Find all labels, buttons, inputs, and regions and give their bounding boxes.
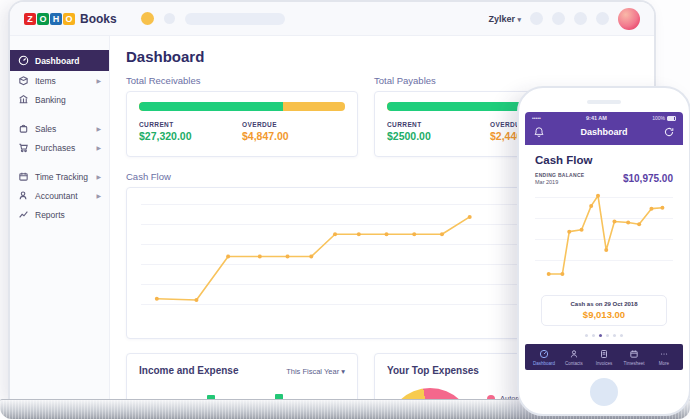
- phone-screen: ••••• 9:41 AM 100% Dashboard Cash Flow E…: [525, 112, 683, 406]
- refresh-icon[interactable]: [663, 126, 675, 138]
- receivables-title: Total Receivables: [126, 75, 358, 86]
- home-button[interactable]: [590, 378, 618, 406]
- cash-as-on-value: $9,013.00: [546, 309, 662, 320]
- payables-progress-current: [387, 102, 535, 111]
- carousel-dot[interactable]: [613, 334, 616, 337]
- zoho-logo-letter: O: [63, 13, 75, 25]
- phone-line-chart: [535, 193, 672, 285]
- page-title: Dashboard: [126, 48, 638, 65]
- sidebar-item-label: Dashboard: [35, 56, 79, 66]
- overdue-value: $4,847.00: [242, 130, 345, 142]
- person-icon: [569, 349, 579, 359]
- signal-icon: •••••: [532, 115, 541, 121]
- tab-timesheet[interactable]: Timesheet: [619, 349, 649, 366]
- topbar-right: Zylker ▾: [488, 8, 640, 30]
- tab-more[interactable]: More: [649, 349, 679, 366]
- cart-icon: [18, 142, 29, 153]
- phone-mockup: ••••• 9:41 AM 100% Dashboard Cash Flow E…: [517, 86, 690, 416]
- phone-tabbar: Dashboard Contacts Invoices Timesheet Mo…: [525, 344, 683, 370]
- current-value: $2500.00: [387, 130, 490, 142]
- receivables-card: CURRENT $27,320.00 OVERDUE $4,847.00: [126, 91, 358, 157]
- cash-as-on-label: Cash as on: [570, 301, 602, 307]
- tab-dashboard[interactable]: Dashboard: [529, 349, 559, 366]
- tab-label: More: [659, 361, 669, 366]
- search-bar[interactable]: [185, 13, 285, 25]
- sidebar-item-label: Reports: [35, 210, 65, 220]
- ending-balance-label: ENDING BALANCE: [535, 172, 623, 178]
- carousel-dot[interactable]: [585, 334, 588, 337]
- chevron-right-icon: ▶: [96, 173, 101, 180]
- bell-icon[interactable]: [533, 126, 545, 138]
- trend-icon: [18, 209, 29, 220]
- user-menu[interactable]: Zylker ▾: [488, 14, 521, 24]
- zoho-logo-letter: O: [37, 13, 49, 25]
- ending-balance-value: $10,975.00: [623, 173, 673, 184]
- ending-balance-period: Mar 2019: [535, 179, 623, 185]
- current-value: $27,320.00: [139, 130, 242, 142]
- ellipsis-icon: [659, 349, 669, 359]
- sidebar-item-items[interactable]: Items ▶: [10, 71, 109, 90]
- tab-contacts[interactable]: Contacts: [559, 349, 589, 366]
- sidebar-item-label: Sales: [35, 124, 56, 134]
- sidebar-item-purchases[interactable]: Purchases ▶: [10, 138, 109, 157]
- topbar-action-icon[interactable]: [596, 12, 609, 25]
- document-icon: [599, 349, 609, 359]
- sidebar: Dashboard Items ▶ Banking Sales ▶: [10, 36, 110, 399]
- sidebar-item-accountant[interactable]: Accountant ▶: [10, 186, 109, 205]
- current-label: CURRENT: [139, 121, 242, 128]
- sidebar-item-label: Purchases: [35, 143, 75, 153]
- avatar[interactable]: [618, 8, 640, 30]
- chevron-down-icon: ▾: [341, 367, 345, 376]
- calendar-icon: [18, 171, 29, 182]
- sidebar-item-label: Items: [35, 76, 56, 86]
- topbar-action-icon[interactable]: [552, 12, 565, 25]
- total-receivables-block: Total Receivables CURRENT $27,320.00 OVE…: [126, 75, 358, 157]
- topbar-circle-icon: [164, 13, 175, 24]
- battery-status: 100%: [652, 115, 676, 121]
- tab-label: Timesheet: [624, 361, 645, 366]
- income-expense-title: Income and Expense: [139, 365, 238, 376]
- sidebar-item-label: Time Tracking: [35, 172, 88, 182]
- sidebar-item-time-tracking[interactable]: Time Tracking ▶: [10, 167, 109, 186]
- chevron-down-icon: ▾: [517, 16, 521, 23]
- zoho-logo-letters: ZOHO: [24, 13, 75, 25]
- battery-icon: [667, 116, 676, 121]
- receivables-progress-current: [139, 102, 283, 111]
- topbar-action-icon[interactable]: [574, 12, 587, 25]
- phone-body: Cash Flow ENDING BALANCE Mar 2019 $10,97…: [525, 145, 683, 337]
- top-expenses-pie-chart: [387, 388, 473, 399]
- zoho-books-mockup: ZOHO Books Zylker ▾ Dashboard: [0, 0, 690, 419]
- income-expense-card: Income and Expense This Fiscal Year ▾: [126, 353, 358, 399]
- overdue-label: OVERDUE: [242, 121, 345, 128]
- sidebar-item-label: Banking: [35, 95, 66, 105]
- gauge-icon: [18, 55, 29, 66]
- sidebar-item-reports[interactable]: Reports: [10, 205, 109, 224]
- tab-label: Invoices: [596, 361, 613, 366]
- tab-label: Dashboard: [533, 361, 555, 366]
- pie-disc: [387, 388, 473, 399]
- carousel-dot[interactable]: [599, 334, 602, 337]
- cashflow-line-chart: [141, 202, 537, 326]
- tab-invoices[interactable]: Invoices: [589, 349, 619, 366]
- tab-label: Contacts: [565, 361, 583, 366]
- top-expenses-title: Your Top Expenses: [387, 365, 479, 376]
- receivables-progress-bar: [139, 102, 345, 111]
- status-time: 9:41 AM: [586, 115, 607, 121]
- carousel-dot[interactable]: [620, 334, 623, 337]
- carousel-dot[interactable]: [606, 334, 609, 337]
- chevron-right-icon: ▶: [96, 144, 101, 151]
- battery-percent: 100%: [652, 115, 665, 121]
- sidebar-item-banking[interactable]: Banking: [10, 90, 109, 109]
- calendar-icon: [629, 349, 639, 359]
- sidebar-item-sales[interactable]: Sales ▶: [10, 119, 109, 138]
- topbar-action-icon[interactable]: [530, 12, 543, 25]
- carousel-dot[interactable]: [592, 334, 595, 337]
- sidebar-item-dashboard[interactable]: Dashboard: [10, 50, 109, 71]
- income-expense-bar-chart: [139, 384, 303, 399]
- fiscal-year-dropdown[interactable]: This Fiscal Year ▾: [286, 367, 345, 376]
- phone-cashflow-chart: [535, 193, 673, 285]
- chevron-right-icon: ▶: [96, 192, 101, 199]
- box-icon: [18, 75, 29, 86]
- user-name: Zylker: [488, 14, 515, 24]
- carousel-dots[interactable]: [535, 334, 673, 337]
